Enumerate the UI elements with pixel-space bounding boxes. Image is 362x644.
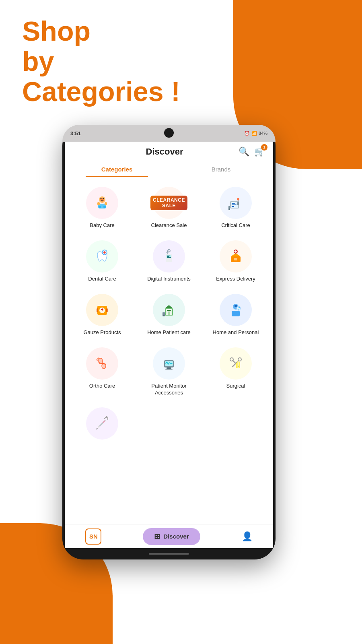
category-label-clearance-sale: Clearance Sale xyxy=(151,222,187,229)
svg-rect-65 xyxy=(239,362,240,368)
svg-rect-23 xyxy=(167,256,170,256)
svg-rect-24 xyxy=(167,256,169,257)
category-label-express-delivery: Express Delivery xyxy=(216,276,255,283)
svg-rect-35 xyxy=(102,308,103,311)
search-button[interactable]: 🔍 xyxy=(239,147,249,157)
categories-scroll[interactable]: Baby Care CLEARANCESALE Clearance Sale xyxy=(65,177,273,524)
category-digital-instruments[interactable]: Digital Instruments xyxy=(136,235,202,288)
page-heading: Shop by Categories ! xyxy=(22,16,180,106)
svg-rect-58 xyxy=(165,369,173,369)
clearance-badge: CLEARANCESALE xyxy=(150,196,187,211)
category-icon-homepersonal xyxy=(220,294,252,326)
category-label-home-patient-care: Home Patient care xyxy=(147,329,191,336)
category-icon-surgical xyxy=(220,347,252,380)
category-patient-monitor-accessories[interactable]: Patient Monitor Accessories xyxy=(136,342,202,402)
phone-home-bar xyxy=(149,553,189,555)
nav-discover-label: Discover xyxy=(163,533,189,540)
category-icon-homepatient xyxy=(153,294,185,326)
category-baby-care[interactable]: Baby Care xyxy=(69,181,136,235)
svg-rect-12 xyxy=(232,204,237,205)
category-home-and-personal[interactable]: Home and Personal xyxy=(202,288,269,342)
svg-rect-57 xyxy=(167,367,171,369)
tab-categories[interactable]: Categories xyxy=(65,162,169,177)
svg-point-4 xyxy=(103,206,106,208)
category-icon-gauze xyxy=(86,294,118,326)
svg-point-27 xyxy=(169,250,169,251)
status-icons: ⏰ 📶 84% xyxy=(244,131,267,136)
category-ortho-care[interactable]: Ortho Care xyxy=(69,342,136,402)
svg-rect-25 xyxy=(167,257,171,258)
svg-line-52 xyxy=(97,359,98,359)
svg-rect-37 xyxy=(106,308,108,312)
category-icon-express xyxy=(220,240,252,272)
category-icon-dental xyxy=(86,240,118,272)
svg-rect-6 xyxy=(105,202,107,205)
category-label-home-and-personal: Home and Personal xyxy=(213,329,259,336)
search-icon: 🔍 xyxy=(239,147,249,157)
svg-rect-11 xyxy=(232,203,235,204)
phone-bottom xyxy=(149,548,189,559)
nav-profile[interactable]: 👤 xyxy=(242,531,253,542)
svg-rect-64 xyxy=(237,361,239,368)
svg-rect-14 xyxy=(237,202,239,205)
category-icon-clearance: CLEARANCESALE xyxy=(153,187,185,219)
phone-status-bar: 3:51 ⏰ 📶 84% xyxy=(62,125,276,142)
svg-point-43 xyxy=(163,315,165,316)
cart-button[interactable]: 🛒 1 xyxy=(254,147,265,157)
category-label-gauze-products: Gauze Products xyxy=(83,329,121,336)
category-critical-care[interactable]: Critical Care xyxy=(202,181,269,235)
svg-point-15 xyxy=(237,198,239,200)
category-label-ortho-care: Ortho Care xyxy=(89,383,115,390)
wifi-icon: 📶 xyxy=(251,131,257,136)
nav-logo[interactable]: SN xyxy=(85,528,101,545)
alarm-icon: ⏰ xyxy=(244,131,250,136)
category-label-digital-instruments: Digital Instruments xyxy=(147,276,191,283)
battery-text: 84% xyxy=(259,131,267,136)
svg-point-7 xyxy=(101,198,102,199)
svg-rect-5 xyxy=(97,202,100,205)
svg-point-8 xyxy=(103,198,104,199)
phone-notch xyxy=(164,128,174,138)
category-label-dental-care: Dental Care xyxy=(88,276,116,283)
svg-point-3 xyxy=(99,206,101,208)
category-icon-critical xyxy=(220,187,252,219)
svg-rect-63 xyxy=(236,363,237,368)
svg-point-62 xyxy=(238,358,241,361)
category-express-delivery[interactable]: Express Delivery xyxy=(202,235,269,288)
category-label-critical-care: Critical Care xyxy=(221,222,250,229)
category-icon-syringe xyxy=(86,407,118,440)
category-surgical[interactable]: Surgical xyxy=(202,342,269,402)
svg-line-54 xyxy=(98,358,99,359)
category-gauze-products[interactable]: Gauze Products xyxy=(69,288,136,342)
category-home-patient-care[interactable]: Home Patient care xyxy=(136,288,202,342)
svg-point-61 xyxy=(230,358,233,361)
bottom-navigation: SN ⊞ Discover 👤 xyxy=(65,524,273,548)
categories-grid: Baby Care CLEARANCESALE Clearance Sale xyxy=(65,181,273,448)
grid-icon: ⊞ xyxy=(154,532,160,541)
category-syringe[interactable] xyxy=(69,402,136,448)
svg-point-48 xyxy=(239,307,240,308)
category-icon-ortho xyxy=(86,347,118,380)
svg-rect-40 xyxy=(168,312,170,315)
svg-rect-30 xyxy=(234,258,237,260)
phone-frame: 3:51 ⏰ 📶 84% Discover 🔍 🛒 1 xyxy=(62,125,276,559)
svg-line-53 xyxy=(97,360,97,360)
tab-bar: Categories Brands xyxy=(65,162,273,177)
cart-badge: 1 xyxy=(261,144,267,151)
category-clearance-sale[interactable]: CLEARANCESALE Clearance Sale xyxy=(136,181,202,235)
category-dental-care[interactable]: Dental Care xyxy=(69,235,136,288)
category-icon-baby xyxy=(86,187,118,219)
category-icon-patient xyxy=(153,347,185,380)
nav-discover-button[interactable]: ⊞ Discover xyxy=(143,528,200,545)
svg-rect-41 xyxy=(167,310,171,311)
tab-brands[interactable]: Brands xyxy=(169,162,273,177)
svg-rect-46 xyxy=(232,311,240,316)
phone-screen: Discover 🔍 🛒 1 Categories Brands xyxy=(65,142,273,548)
category-label-baby-care: Baby Care xyxy=(90,222,114,229)
status-time: 3:51 xyxy=(70,130,81,136)
app-header: Discover 🔍 🛒 1 xyxy=(65,142,273,162)
svg-point-17 xyxy=(228,208,230,210)
svg-rect-13 xyxy=(232,206,234,207)
category-label-patient-monitor-accessories: Patient Monitor Accessories xyxy=(139,383,199,396)
app-title: Discover xyxy=(90,147,239,157)
